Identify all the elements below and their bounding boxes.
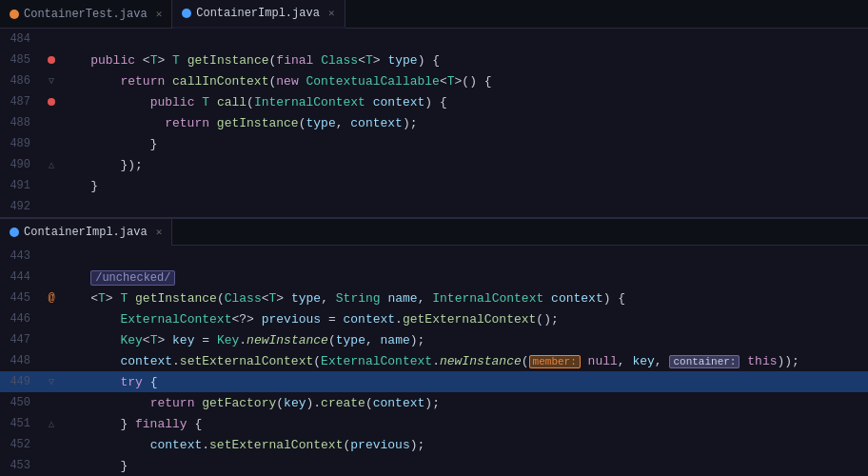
- code-content-491: }: [61, 179, 860, 193]
- tab-label-container-test: ContainerTest.java: [24, 8, 148, 21]
- tab-close-container-test[interactable]: ✕: [156, 8, 163, 20]
- gutter-451: △: [42, 418, 61, 429]
- line-num-489: 489: [0, 137, 42, 150]
- split-bottom-pane: ContainerImpl.java ✕ 443 444 /unchecked/…: [0, 219, 868, 476]
- code-content-444: /unchecked/: [61, 270, 860, 285]
- line-num-485: 485: [0, 53, 42, 67]
- line-num-445: 445: [0, 291, 42, 305]
- annotation-marker: @: [48, 291, 54, 305]
- line-num-484: 484: [0, 32, 42, 46]
- code-line-445: 445 @ <T> T getInstance(Class<T> type, S…: [0, 288, 868, 308]
- line-num-491: 491: [0, 179, 42, 192]
- line-num-451: 451: [0, 417, 42, 430]
- inner-tab-close[interactable]: ✕: [156, 226, 163, 238]
- split-top-pane: 484 485 public <T> T getInstance(final C…: [0, 29, 868, 219]
- tab-bar-top: ContainerTest.java ✕ ContainerImpl.java …: [0, 0, 868, 29]
- line-num-448: 448: [0, 354, 42, 367]
- tab-label-container-impl: ContainerImpl.java: [196, 7, 320, 20]
- code-line-491: 491 }: [0, 175, 868, 196]
- code-line-487: 487 public T call(InternalContext contex…: [0, 91, 868, 112]
- code-line-453: 453 }: [0, 455, 868, 476]
- code-line-443: 443: [0, 246, 868, 267]
- breakpoint-485: [48, 56, 55, 64]
- gutter-490: △: [42, 159, 61, 170]
- tab-icon-orange: [10, 10, 19, 19]
- code-line-446: 446 ExternalContext<?> previous = contex…: [0, 308, 868, 329]
- code-lines-bottom: 443 444 /unchecked/ 445 @ <T> T getInsta…: [0, 246, 868, 476]
- code-line-451: 451 △ } finally {: [0, 413, 868, 434]
- fold-arrow-451[interactable]: △: [49, 418, 54, 429]
- gutter-449: ▽: [42, 376, 61, 387]
- gutter-487: [42, 98, 61, 106]
- tab-container-test[interactable]: ContainerTest.java ✕: [0, 0, 172, 29]
- gutter-486: ▽: [42, 75, 61, 87]
- line-num-443: 443: [0, 249, 42, 263]
- line-num-492: 492: [0, 200, 42, 213]
- line-num-486: 486: [0, 74, 42, 88]
- inner-tab-icon: [10, 228, 19, 237]
- member-hint: member:: [529, 355, 581, 368]
- tab-close-container-impl[interactable]: ✕: [328, 7, 335, 19]
- inner-tab-label: ContainerImpl.java: [24, 226, 148, 239]
- code-line-485: 485 public <T> T getInstance(final Class…: [0, 50, 868, 70]
- code-content-447: Key<T> key = Key.newInstance(type, name)…: [61, 333, 860, 347]
- code-content-487: public T call(InternalContext context) {: [61, 95, 860, 109]
- code-content-449: try {: [61, 375, 860, 389]
- tab-icon-blue: [182, 9, 191, 18]
- code-content-485: public <T> T getInstance(final Class<T> …: [61, 53, 860, 68]
- code-line-488: 488 return getInstance(type, context);: [0, 112, 868, 133]
- code-line-484: 484: [0, 29, 868, 50]
- code-content-488: return getInstance(type, context);: [61, 116, 860, 130]
- code-line-492: 492: [0, 196, 868, 217]
- gutter-445: @: [42, 291, 61, 305]
- code-content-451: } finally {: [61, 417, 860, 431]
- container-hint: container:: [669, 355, 740, 368]
- inner-tab-container-impl[interactable]: ContainerImpl.java ✕: [0, 219, 172, 246]
- code-line-448: 448 context.setExternalContext(ExternalC…: [0, 350, 868, 371]
- line-num-449: 449: [0, 375, 42, 388]
- code-line-450: 450 return getFactory(key).create(contex…: [0, 392, 868, 413]
- code-line-447: 447 Key<T> key = Key.newInstance(type, n…: [0, 329, 868, 350]
- code-line-490: 490 △ });: [0, 154, 868, 175]
- line-num-447: 447: [0, 333, 42, 347]
- code-line-449: 449 ▽ try {: [0, 371, 868, 392]
- code-content-489: }: [61, 137, 860, 151]
- line-num-487: 487: [0, 95, 42, 109]
- editor-container: ContainerTest.java ✕ ContainerImpl.java …: [0, 0, 868, 476]
- line-num-446: 446: [0, 312, 42, 326]
- breakpoint-487: [48, 98, 55, 106]
- code-content-452: context.setExternalContext(previous);: [61, 438, 860, 452]
- fold-arrow-490[interactable]: △: [49, 159, 54, 170]
- tab-container-impl[interactable]: ContainerImpl.java ✕: [172, 0, 345, 29]
- code-line-486: 486 ▽ return callInContext(new Contextua…: [0, 70, 868, 91]
- line-num-452: 452: [0, 438, 42, 451]
- inner-tab-bar: ContainerImpl.java ✕: [0, 219, 868, 246]
- code-content-445: <T> T getInstance(Class<T> type, String …: [61, 291, 860, 306]
- code-line-489: 489 }: [0, 133, 868, 154]
- fold-arrow-486[interactable]: ▽: [49, 75, 54, 87]
- code-lines-top: 484 485 public <T> T getInstance(final C…: [0, 29, 868, 217]
- line-num-444: 444: [0, 270, 42, 284]
- code-content-446: ExternalContext<?> previous = context.ge…: [61, 312, 860, 327]
- line-num-453: 453: [0, 459, 42, 472]
- code-line-444: 444 /unchecked/: [0, 267, 868, 288]
- code-content-448: context.setExternalContext(ExternalConte…: [61, 354, 860, 368]
- line-num-488: 488: [0, 116, 42, 129]
- code-content-486: return callInContext(new ContextualCalla…: [61, 74, 860, 89]
- code-content-450: return getFactory(key).create(context);: [61, 396, 860, 410]
- unchecked-tag: /unchecked/: [90, 270, 175, 286]
- code-content-453: }: [61, 459, 860, 473]
- line-num-490: 490: [0, 158, 42, 171]
- line-num-450: 450: [0, 396, 42, 409]
- fold-arrow-449[interactable]: ▽: [49, 376, 54, 387]
- code-content-490: });: [61, 158, 860, 172]
- code-line-452: 452 context.setExternalContext(previous)…: [0, 434, 868, 455]
- gutter-485: [42, 56, 61, 64]
